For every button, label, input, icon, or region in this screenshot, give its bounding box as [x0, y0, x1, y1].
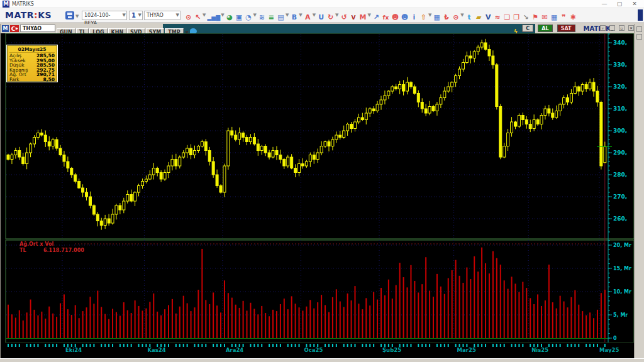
- svg-text:15, Mr: 15, Mr: [613, 266, 631, 272]
- sync-icon[interactable]: ↺: [340, 13, 348, 23]
- maximize-button[interactable]: ▢: [613, 0, 626, 8]
- trend-icon[interactable]: ↗: [372, 13, 380, 23]
- svg-text:0: 0: [613, 336, 617, 341]
- handshake-icon[interactable]: ≋: [258, 13, 266, 23]
- turkish-flag-icon: [10, 25, 19, 32]
- fx-icon[interactable]: fx: [382, 13, 390, 23]
- svg-text:310,: 310,: [613, 106, 627, 112]
- card-icon-caret[interactable]: ▼: [286, 10, 289, 20]
- workspace-select[interactable]: 1024-100-BEYA▼: [82, 11, 127, 20]
- publish-icon[interactable]: ⇧: [419, 13, 428, 23]
- chart-minimize-button[interactable]: _: [609, 25, 615, 31]
- bar-chart-icon[interactable]: ▂▅▇: [207, 13, 220, 23]
- bist-icon[interactable]: B: [290, 13, 298, 23]
- chart-canvas[interactable]: 340,330,320,310,300,290,280,270,260,20, …: [1, 33, 634, 353]
- window-title: MATRIKS: [12, 1, 34, 7]
- bist-icon-caret[interactable]: ▼: [299, 10, 302, 20]
- info-icon[interactable]: i: [410, 13, 418, 23]
- svg-text:Nis25: Nis25: [531, 347, 548, 353]
- svg-text:Mar25: Mar25: [457, 347, 476, 353]
- svg-text:300,: 300,: [613, 128, 627, 134]
- svg-text:5, Mr: 5, Mr: [613, 312, 628, 318]
- svg-text:330,: 330,: [613, 62, 627, 68]
- matriks-m-icon[interactable]: M: [359, 13, 367, 23]
- calculator-icon[interactable]: ▦: [550, 13, 558, 23]
- toolbar-overflow-widget[interactable]: [638, 9, 643, 21]
- underline-icon[interactable]: U: [317, 13, 325, 23]
- layout-icon[interactable]: ❏: [503, 13, 511, 23]
- clock-icon[interactable]: ◔: [245, 13, 253, 23]
- alarm-icon[interactable]: ⚑: [531, 13, 540, 23]
- notes-icon[interactable]: ▰: [475, 13, 483, 23]
- v-icon[interactable]: V: [484, 13, 492, 23]
- twitter-icon[interactable]: t: [465, 13, 474, 23]
- toolbar-icons: ⊙↖▼▂▅▇▼◕▣◔▼≋≡▤▼B▼A▼U↻▼↺VM▼↗fx☻☻i⇧▼▦₺⊙▼t▰…: [184, 10, 578, 21]
- search-icon-caret[interactable]: ▼: [460, 10, 464, 20]
- pane-options-button[interactable]: [636, 34, 642, 40]
- buy-button[interactable]: AL: [538, 25, 552, 32]
- svg-text:320,: 320,: [613, 84, 627, 90]
- analysis-icon-caret[interactable]: ▼: [313, 10, 316, 20]
- chart-restore-button[interactable]: ▫: [619, 25, 625, 31]
- refresh-icon-caret[interactable]: ▼: [335, 10, 338, 20]
- pointer-icon[interactable]: ↖: [194, 13, 202, 23]
- copy-icon[interactable]: ▦: [433, 13, 441, 23]
- info-date: 02Mayıs25: [9, 47, 55, 53]
- matriks-m-icon-caret[interactable]: ▼: [368, 10, 371, 20]
- svg-text:Oca25: Oca25: [304, 347, 323, 353]
- svg-text:May25: May25: [599, 347, 619, 353]
- svg-text:Ağ.Ort x Vol: Ağ.Ort x Vol: [19, 241, 54, 247]
- chart-symbol-field[interactable]: THYAO: [20, 25, 55, 32]
- svg-text:270,: 270,: [613, 194, 627, 200]
- window-small-icon[interactable]: ❐: [513, 13, 521, 23]
- screen-icon[interactable]: ▣: [235, 13, 243, 23]
- symbol-select[interactable]: THYAO▼: [144, 11, 180, 20]
- c-button[interactable]: C: [522, 25, 533, 32]
- period-select[interactable]: 1▼: [129, 11, 143, 20]
- clock-icon-caret[interactable]: ▼: [253, 10, 257, 20]
- matriks-app-icon: M: [3, 1, 9, 8]
- app-bottom-border: [0, 358, 644, 362]
- users-icon[interactable]: ☻: [401, 13, 409, 23]
- save-caret-icon[interactable]: ▼: [75, 11, 79, 21]
- mail-icon[interactable]: ✉: [541, 13, 549, 23]
- pointer-icon-caret[interactable]: ▼: [203, 10, 206, 20]
- svg-text:Şub25: Şub25: [382, 347, 401, 353]
- search-icon[interactable]: ⊙: [452, 13, 460, 23]
- chart-close-button[interactable]: ✕: [628, 25, 634, 31]
- chart-line-icon[interactable]: ≈: [494, 13, 502, 23]
- analysis-icon[interactable]: A: [304, 13, 312, 23]
- depth-list-icon[interactable]: ≡: [267, 13, 275, 23]
- right-border-panel: [634, 24, 644, 362]
- matriks-app: M MATRIKS — ▢ ✕ MATR:KS ▼ 1024-100-BEYA▼…: [0, 0, 644, 362]
- svg-text:6.118.717.000: 6.118.717.000: [43, 248, 84, 253]
- zoom-icon[interactable]: ⊙: [184, 13, 192, 23]
- refresh-icon[interactable]: ↻: [326, 13, 335, 23]
- matriks-logo: MATR:KS: [5, 10, 52, 20]
- publish-icon-caret[interactable]: ▼: [428, 10, 431, 20]
- svg-text:340,: 340,: [613, 40, 627, 46]
- save-workspace-icon[interactable]: [65, 11, 74, 19]
- chart-window-header: M THYAO GUNTLLOGKHNSVDSYMTMP▼ ϟ C AL SAT…: [1, 24, 634, 33]
- svg-text:Eki24: Eki24: [65, 347, 82, 353]
- arrow-corner-icon[interactable]: ↘: [522, 13, 530, 23]
- info-row-fark: Fark8,50: [9, 77, 55, 82]
- minimize-button[interactable]: —: [597, 0, 611, 8]
- chart-menu-button[interactable]: ▿: [600, 25, 606, 31]
- settings-icon[interactable]: ✱: [569, 13, 577, 23]
- close-button[interactable]: ✕: [628, 0, 641, 8]
- svg-text:290,: 290,: [613, 150, 627, 156]
- scroll-up-button[interactable]: [636, 26, 642, 32]
- pie-chart-icon[interactable]: ◕: [226, 13, 234, 23]
- viop-icon[interactable]: V: [350, 13, 358, 23]
- svg-text:Kas24: Kas24: [147, 347, 165, 353]
- svg-text:TL: TL: [19, 248, 26, 253]
- chat-icon[interactable]: ❞: [560, 13, 568, 23]
- price-volume-chart[interactable]: 340,330,320,310,300,290,280,270,260,20, …: [1, 33, 634, 353]
- sell-button[interactable]: SAT: [557, 25, 575, 32]
- user-icon[interactable]: ☻: [391, 13, 399, 23]
- bar-chart-icon-caret[interactable]: ▼: [221, 10, 224, 20]
- lira-icon[interactable]: ₺: [442, 13, 450, 23]
- card-icon[interactable]: ▤: [277, 13, 285, 23]
- svg-text:280,: 280,: [613, 172, 627, 178]
